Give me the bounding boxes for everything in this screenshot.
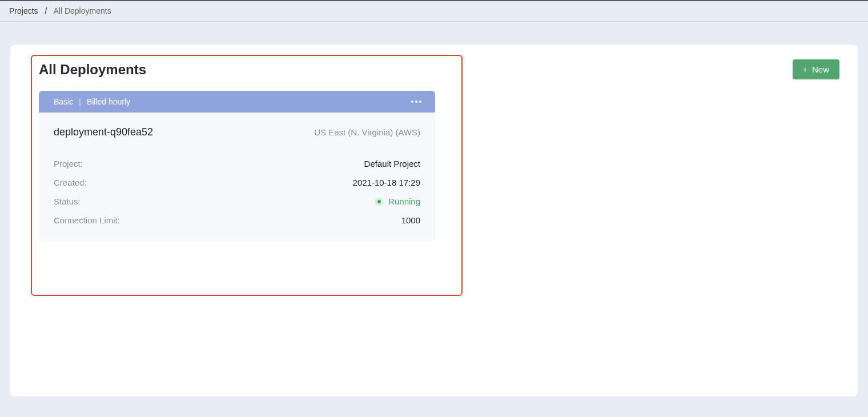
status-text: Running [388, 197, 420, 206]
status-value: Running [375, 197, 420, 206]
new-button[interactable]: + New [793, 59, 839, 79]
info-row-connection-limit: Connection Limit: 1000 [54, 211, 420, 230]
connection-limit-label: Connection Limit: [54, 215, 120, 225]
status-indicator-icon [375, 197, 384, 206]
deployment-card[interactable]: Basic | Billed hourly deployment-q90fea5… [39, 91, 435, 241]
created-value: 2021-10-18 17:29 [353, 178, 420, 187]
deployment-card-header: Basic | Billed hourly [39, 91, 435, 113]
project-label: Project: [54, 159, 83, 169]
deployment-name: deployment-q90fea52 [54, 126, 153, 138]
deployment-billing: Billed hourly [87, 97, 130, 106]
info-row-created: Created: 2021-10-18 17:29 [54, 173, 420, 192]
info-row-project: Project: Default Project [54, 154, 420, 173]
more-options-icon[interactable] [409, 98, 424, 105]
page-title: All Deployments [39, 62, 146, 78]
plus-icon: + [803, 66, 807, 74]
deployment-tier: Basic [54, 97, 73, 106]
deployment-region: US East (N. Virginia) (AWS) [314, 127, 420, 137]
breadcrumb: Projects / All Deployments [0, 0, 868, 22]
new-button-label: New [812, 65, 829, 74]
breadcrumb-current: All Deployments [53, 6, 111, 15]
breadcrumb-separator: / [45, 6, 47, 15]
created-label: Created: [54, 178, 87, 187]
breadcrumb-root-link[interactable]: Projects [9, 6, 38, 15]
deployments-panel: All Deployments + New Basic | Billed hou… [10, 45, 858, 396]
connection-limit-value: 1000 [401, 215, 420, 225]
status-label: Status: [54, 197, 81, 206]
header-divider: | [79, 97, 81, 106]
project-value: Default Project [364, 159, 420, 169]
info-row-status: Status: Running [54, 192, 420, 211]
